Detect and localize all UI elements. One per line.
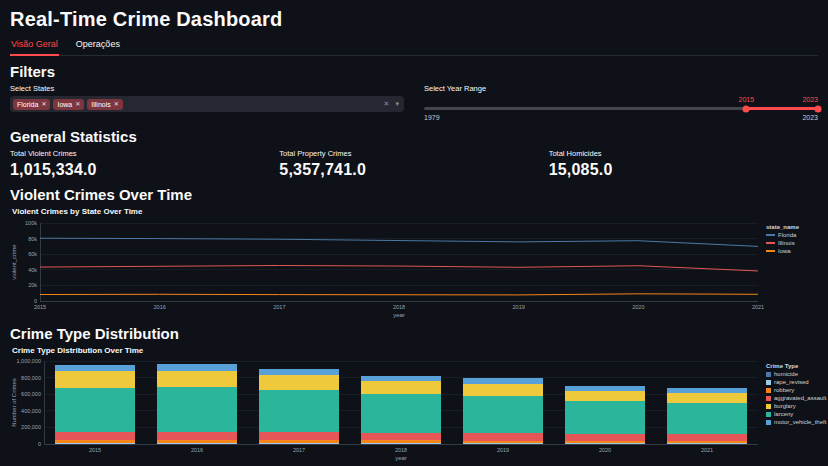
legend-label: Iowa — [778, 248, 791, 254]
crime-type-bar-chart: 0200,000400,000600,000800,0001,000,000ye… — [10, 357, 766, 461]
bar-chart-legend: Crime Typehomiciderape_revisedrobberyagg… — [766, 357, 818, 427]
year-range-slider[interactable]: 2015 2023 1979 2023 — [424, 96, 818, 121]
legend-item-iowa: Iowa — [766, 248, 818, 254]
metric-value: 15,085.0 — [549, 161, 818, 179]
svg-text:violent_crime: violent_crime — [11, 244, 17, 280]
state-pill-label: Florida — [17, 101, 38, 108]
state-pill-florida[interactable]: Florida✕ — [13, 99, 50, 110]
legend-label: robbery — [774, 387, 794, 393]
year-range-label: Select Year Range — [424, 84, 818, 93]
violent-crimes-chart-block: Violent Crimes by State Over Time 020k40… — [10, 207, 818, 318]
metric-total-homicides: Total Homicides 15,085.0 — [549, 149, 818, 179]
tab-visao-geral[interactable]: Visão Geral — [10, 36, 59, 56]
tab-bar: Visão Geral Operações — [10, 36, 818, 56]
metric-value: 5,357,741.0 — [279, 161, 548, 179]
svg-text:2016: 2016 — [154, 304, 166, 310]
svg-text:2015: 2015 — [34, 304, 46, 310]
legend-item-florida: Florida — [766, 232, 818, 238]
svg-text:2017: 2017 — [273, 304, 285, 310]
legend-label: motor_vehicle_theft — [774, 419, 826, 425]
state-pill-label: Illinois — [91, 101, 110, 108]
slider-max-label: 2023 — [802, 114, 818, 121]
metric-label: Total Violent Crimes — [10, 149, 279, 158]
svg-text:Number of Crimes: Number of Crimes — [11, 378, 17, 427]
svg-text:2019: 2019 — [497, 447, 509, 453]
legend-swatch — [766, 404, 771, 409]
slider-value-start: 2015 — [739, 96, 755, 103]
svg-text:2018: 2018 — [393, 304, 405, 310]
svg-text:100k: 100k — [25, 220, 37, 226]
svg-text:600,000: 600,000 — [21, 391, 41, 397]
svg-text:2020: 2020 — [599, 447, 611, 453]
legend-title: state_name — [766, 224, 818, 230]
states-label: Select States — [10, 84, 404, 93]
metric-total-violent-crimes: Total Violent Crimes 1,015,334.0 — [10, 149, 279, 179]
year-range-filter: Select Year Range 2015 2023 1979 2023 — [424, 84, 818, 121]
svg-text:2021: 2021 — [701, 447, 713, 453]
legend-swatch — [766, 372, 771, 377]
states-multiselect[interactable]: Florida✕Iowa✕Illinois✕ ✕ ▾ — [10, 96, 404, 112]
legend-swatch — [766, 412, 771, 417]
legend-swatch — [766, 234, 775, 236]
states-filter: Select States Florida✕Iowa✕Illinois✕ ✕ ▾ — [10, 84, 404, 121]
svg-text:400,000: 400,000 — [21, 408, 41, 414]
remove-state-icon[interactable]: ✕ — [75, 101, 80, 107]
legend-swatch — [766, 242, 775, 244]
legend-label: Illinois — [778, 240, 795, 246]
remove-state-icon[interactable]: ✕ — [41, 101, 46, 107]
svg-text:0: 0 — [38, 441, 41, 447]
legend-label: aggravated_assault — [774, 395, 826, 401]
legend-label: Florida — [778, 232, 796, 238]
legend-item-illinois: Illinois — [766, 240, 818, 246]
svg-text:year: year — [393, 312, 405, 318]
state-pill-iowa[interactable]: Iowa✕ — [53, 99, 84, 110]
svg-text:2018: 2018 — [395, 447, 407, 453]
legend-swatch — [766, 420, 771, 425]
svg-text:2019: 2019 — [513, 304, 525, 310]
legend-swatch — [766, 380, 771, 385]
legend-label: larceny — [774, 411, 793, 417]
slider-thumb-end[interactable] — [815, 105, 822, 112]
svg-text:2017: 2017 — [293, 447, 305, 453]
metrics-row: Total Violent Crimes 1,015,334.0 Total P… — [10, 149, 818, 179]
svg-text:20k: 20k — [28, 282, 37, 288]
slider-minmax: 1979 2023 — [424, 114, 818, 121]
crime-type-chart-block: Crime Type Distribution Over Time 0200,0… — [10, 346, 818, 461]
slider-fill — [746, 107, 818, 110]
legend-item-robbery: robbery — [766, 387, 818, 393]
svg-text:1,000,000: 1,000,000 — [17, 358, 41, 364]
filters-heading: Filters — [10, 63, 818, 80]
svg-text:200,000: 200,000 — [21, 424, 41, 430]
legend-title: Crime Type — [766, 363, 818, 369]
svg-text:year: year — [395, 455, 407, 461]
state-pill-label: Iowa — [57, 101, 72, 108]
svg-text:40k: 40k — [28, 267, 37, 273]
legend-item-rape-revised: rape_revised — [766, 379, 818, 385]
remove-state-icon[interactable]: ✕ — [114, 101, 119, 107]
slider-value-end: 2023 — [802, 96, 818, 103]
slider-track[interactable] — [424, 107, 818, 110]
legend-item-larceny: larceny — [766, 411, 818, 417]
general-statistics-heading: General Statistics — [10, 128, 818, 145]
page-title: Real-Time Crime Dashboard — [10, 8, 818, 31]
violent-crimes-line-chart: 020k40k60k80k100kyearviolent_crime201520… — [10, 218, 766, 318]
chevron-down-icon[interactable]: ▾ — [395, 100, 399, 108]
violent-crimes-heading: Violent Crimes Over Time — [10, 186, 818, 203]
line-chart-title: Violent Crimes by State Over Time — [12, 207, 818, 216]
state-pill-illinois[interactable]: Illinois✕ — [87, 99, 122, 110]
bar-chart-title: Crime Type Distribution Over Time — [12, 346, 818, 355]
svg-text:2021: 2021 — [752, 304, 764, 310]
metric-label: Total Homicides — [549, 149, 818, 158]
line-chart-legend: state_nameFloridaIllinoisIowa — [766, 218, 818, 256]
slider-thumb-start[interactable] — [743, 105, 750, 112]
legend-item-aggravated-assault: aggravated_assault — [766, 395, 818, 401]
legend-item-homicide: homicide — [766, 371, 818, 377]
legend-label: burglary — [774, 403, 796, 409]
metric-value: 1,015,334.0 — [10, 161, 279, 179]
svg-text:2020: 2020 — [632, 304, 644, 310]
app-root: Real-Time Crime Dashboard Visão Geral Op… — [10, 8, 818, 461]
tab-operacoes[interactable]: Operações — [75, 36, 121, 55]
legend-item-burglary: burglary — [766, 403, 818, 409]
clear-all-icon[interactable]: ✕ — [384, 100, 390, 108]
svg-text:2015: 2015 — [89, 447, 101, 453]
